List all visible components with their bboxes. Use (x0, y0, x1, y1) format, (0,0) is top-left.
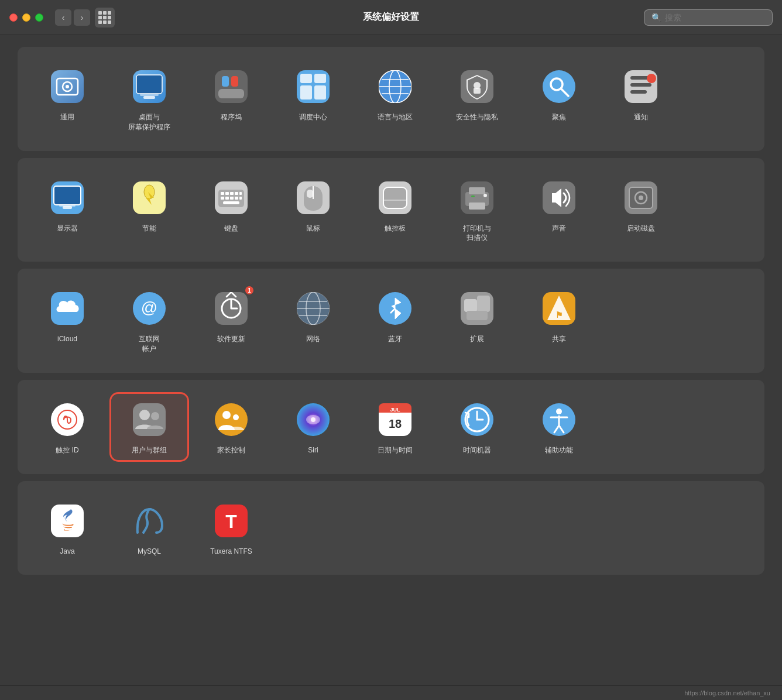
app-item-software-update[interactable]: 1软件更新 (193, 283, 269, 359)
svg-rect-63 (469, 187, 485, 194)
svg-rect-49 (221, 197, 224, 200)
app-label-startup: 启动磁盘 (627, 224, 655, 234)
app-item-network[interactable]: 网络 (275, 283, 351, 359)
svg-rect-11 (222, 76, 229, 87)
app-item-datetime[interactable]: JUL18日期与时间 (357, 394, 433, 460)
app-icon-notifications (620, 66, 662, 108)
svg-rect-48 (239, 192, 242, 195)
app-icon-mysql (128, 500, 170, 542)
app-item-trackpad[interactable]: 触控板 (357, 172, 433, 248)
app-item-mysql[interactable]: MySQL (111, 495, 187, 561)
app-item-general[interactable]: 通用 (29, 61, 105, 137)
svg-point-3 (66, 85, 69, 88)
app-label-notifications: 通知 (634, 112, 648, 122)
app-item-extensions[interactable]: 扩展 (439, 283, 515, 359)
app-item-mission[interactable]: 调度中心 (275, 61, 351, 137)
svg-rect-8 (140, 94, 159, 96)
app-item-spotlight[interactable]: 聚焦 (521, 61, 597, 137)
app-icon-general (46, 66, 88, 108)
grid-view-button[interactable] (95, 8, 115, 28)
app-item-icloud[interactable]: iCloud (29, 283, 105, 359)
svg-rect-54 (223, 201, 239, 204)
app-item-tuxera[interactable]: TTuxera NTFS (193, 495, 269, 561)
app-label-internet-accounts: 互联网 帐户 (139, 334, 160, 354)
app-item-sound[interactable]: 声音 (521, 172, 597, 248)
app-item-mouse[interactable]: 鼠标 (275, 172, 351, 248)
svg-rect-111 (51, 505, 84, 537)
svg-rect-10 (218, 89, 244, 98)
search-input[interactable] (665, 13, 765, 22)
app-label-keyboard: 键盘 (224, 224, 238, 234)
app-label-mysql: MySQL (138, 547, 161, 557)
app-item-siri[interactable]: Siri (275, 394, 351, 460)
app-icon-extensions (456, 287, 498, 330)
app-item-displays[interactable]: 显示器 (29, 172, 105, 248)
titlebar: ‹ › 系统偏好设置 🔍 (0, 0, 782, 35)
app-item-sharing[interactable]: ⚑共享 (521, 283, 597, 359)
svg-rect-14 (300, 74, 312, 83)
svg-rect-53 (239, 197, 242, 200)
svg-rect-36 (54, 186, 81, 205)
app-label-energy: 节能 (142, 224, 156, 234)
app-item-accessibility[interactable]: 辅助功能 (521, 394, 597, 460)
app-item-keyboard[interactable]: 键盘 (193, 172, 269, 248)
svg-rect-12 (231, 76, 238, 87)
maximize-button[interactable] (35, 13, 43, 22)
app-label-language: 语言与地区 (378, 112, 413, 122)
svg-rect-51 (230, 197, 234, 200)
app-icon-energy (128, 177, 170, 219)
svg-point-34 (647, 74, 656, 83)
app-item-touchid[interactable]: 触控 ID (29, 394, 105, 460)
svg-rect-26 (474, 88, 481, 94)
app-item-bluetooth[interactable]: 蓝牙 (357, 283, 433, 359)
app-label-datetime: 日期与时间 (378, 445, 413, 455)
app-icon-security (456, 66, 498, 108)
app-item-users[interactable]: 用户与群组 (111, 394, 187, 460)
svg-rect-46 (230, 192, 234, 195)
app-icon-spotlight (538, 66, 580, 108)
app-item-timemachine[interactable]: 时间机器 (439, 394, 515, 460)
app-item-language[interactable]: 语言与地区 (357, 61, 433, 137)
svg-rect-65 (471, 195, 475, 197)
app-item-printer[interactable]: 打印机与 扫描仪 (439, 172, 515, 248)
app-item-security[interactable]: 安全性与隐私 (439, 61, 515, 137)
traffic-lights (9, 13, 43, 22)
app-item-dock[interactable]: 程序坞 (193, 61, 269, 137)
svg-rect-39 (59, 205, 76, 207)
app-item-java[interactable]: Java (29, 495, 105, 561)
app-icon-tuxera: T (210, 500, 252, 542)
app-label-printer: 打印机与 扫描仪 (463, 224, 491, 243)
app-icon-printer (456, 177, 498, 219)
section-system: 触控 ID用户与群组家长控制SiriJUL18日期与时间时间机器辅助功能 (18, 380, 764, 474)
app-icon-touchid (46, 399, 88, 441)
section-internet: iCloud@互联网 帐户1软件更新网络蓝牙扩展⚑共享 (18, 269, 764, 373)
close-button[interactable] (9, 13, 18, 22)
app-icon-internet-accounts: @ (128, 287, 170, 330)
app-item-desktop[interactable]: 桌面与 屏幕保护程序 (111, 61, 187, 137)
svg-rect-5 (136, 75, 162, 94)
app-icon-icloud (46, 287, 88, 330)
app-label-dock: 程序坞 (221, 112, 242, 122)
app-item-notifications[interactable]: 通知 (603, 61, 679, 137)
search-box[interactable]: 🔍 (644, 9, 773, 26)
app-item-energy[interactable]: 节能 (111, 172, 187, 248)
app-item-parental[interactable]: 家长控制 (193, 394, 269, 460)
app-icon-desktop (128, 66, 170, 108)
app-label-touchid: 触控 ID (56, 445, 78, 455)
svg-rect-7 (143, 96, 155, 99)
svg-point-95 (151, 412, 159, 420)
app-item-internet-accounts[interactable]: @互联网 帐户 (111, 283, 187, 359)
svg-point-97 (222, 411, 231, 419)
section-hardware: 显示器节能键盘鼠标触控板打印机与 扫描仪声音启动磁盘 (18, 158, 764, 262)
svg-point-94 (139, 410, 150, 420)
minimize-button[interactable] (22, 13, 30, 22)
app-label-network: 网络 (306, 334, 320, 344)
app-item-startup[interactable]: 启动磁盘 (603, 172, 679, 248)
app-icon-datetime: JUL18 (374, 399, 416, 441)
footer: https://blog.csdn.net/ethan_xu (0, 685, 782, 700)
back-button[interactable]: ‹ (55, 9, 71, 26)
svg-rect-52 (235, 197, 238, 200)
forward-button[interactable]: › (74, 9, 90, 26)
svg-rect-59 (383, 187, 407, 208)
grid-icon (98, 11, 111, 24)
